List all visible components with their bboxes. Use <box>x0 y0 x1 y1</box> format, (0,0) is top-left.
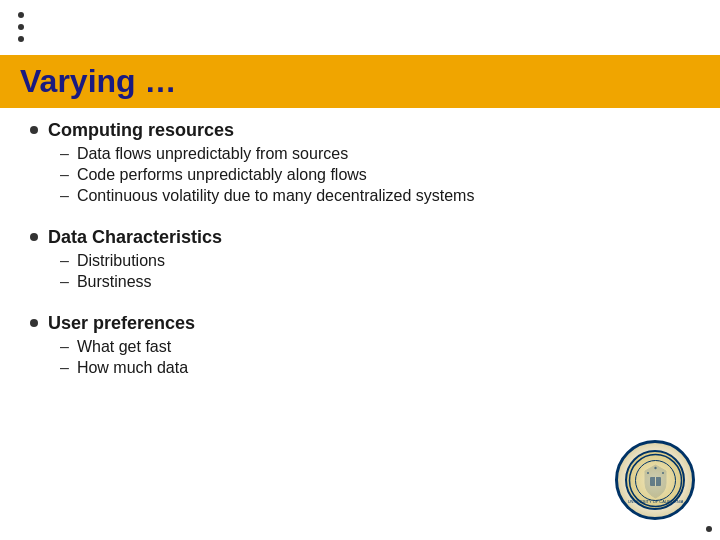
bullet-main-user: User preferences <box>30 313 690 334</box>
title-banner: Varying … <box>0 55 720 108</box>
bullet-dot-2 <box>30 233 38 241</box>
bullet-dot-3 <box>30 319 38 327</box>
data-sub-2: Burstiness <box>77 273 152 291</box>
computing-sub-bullets: – Data flows unpredictably from sources … <box>60 145 690 205</box>
computing-sub-1: Data flows unpredictably from sources <box>77 145 348 163</box>
user-sub-bullets: – What get fast – How much data <box>60 338 690 377</box>
computing-resources-label: Computing resources <box>48 120 234 141</box>
svg-text:UNIVERSITY OF CALIFORNIA: UNIVERSITY OF CALIFORNIA <box>628 499 683 504</box>
content-area: Computing resources – Data flows unpredi… <box>30 120 690 510</box>
bottom-dot <box>706 526 712 532</box>
user-preferences-label: User preferences <box>48 313 195 334</box>
user-sub-2: How much data <box>77 359 188 377</box>
sub-bullet-item: – Burstiness <box>60 273 690 291</box>
user-sub-1: What get fast <box>77 338 171 356</box>
svg-point-5 <box>662 472 664 474</box>
decorative-dots <box>18 12 24 42</box>
bullet-main-computing: Computing resources <box>30 120 690 141</box>
computing-sub-2: Code performs unpredictably along flows <box>77 166 367 184</box>
seal-inner: UNIVERSITY OF CALIFORNIA <box>625 450 685 510</box>
dot-1 <box>18 12 24 18</box>
slide-title: Varying … <box>20 63 177 99</box>
section-data-characteristics: Data Characteristics – Distributions – B… <box>30 227 690 291</box>
dot-2 <box>18 24 24 30</box>
data-characteristics-label: Data Characteristics <box>48 227 222 248</box>
dot-3 <box>18 36 24 42</box>
data-sub-bullets: – Distributions – Burstiness <box>60 252 690 291</box>
svg-point-4 <box>647 472 649 474</box>
slide-container: Varying … Computing resources – Data flo… <box>0 0 720 540</box>
computing-sub-3: Continuous volatility due to many decent… <box>77 187 475 205</box>
bullet-main-data: Data Characteristics <box>30 227 690 248</box>
section-user-preferences: User preferences – What get fast – How m… <box>30 313 690 377</box>
dash-icon: – <box>60 273 69 291</box>
svg-point-6 <box>654 466 656 468</box>
sub-bullet-item: – Code performs unpredictably along flow… <box>60 166 690 184</box>
dash-icon: – <box>60 252 69 270</box>
sub-bullet-item: – Distributions <box>60 252 690 270</box>
data-sub-1: Distributions <box>77 252 165 270</box>
dash-icon: – <box>60 338 69 356</box>
section-computing-resources: Computing resources – Data flows unpredi… <box>30 120 690 205</box>
bullet-dot-1 <box>30 126 38 134</box>
sub-bullet-item: – Data flows unpredictably from sources <box>60 145 690 163</box>
dash-icon: – <box>60 359 69 377</box>
seal-svg: UNIVERSITY OF CALIFORNIA <box>628 453 683 508</box>
dash-icon: – <box>60 166 69 184</box>
dash-icon: – <box>60 145 69 163</box>
sub-bullet-item: – Continuous volatility due to many dece… <box>60 187 690 205</box>
university-seal: UNIVERSITY OF CALIFORNIA <box>615 440 695 520</box>
sub-bullet-item: – How much data <box>60 359 690 377</box>
dash-icon: – <box>60 187 69 205</box>
university-seal-container: UNIVERSITY OF CALIFORNIA <box>615 440 695 520</box>
sub-bullet-item: – What get fast <box>60 338 690 356</box>
